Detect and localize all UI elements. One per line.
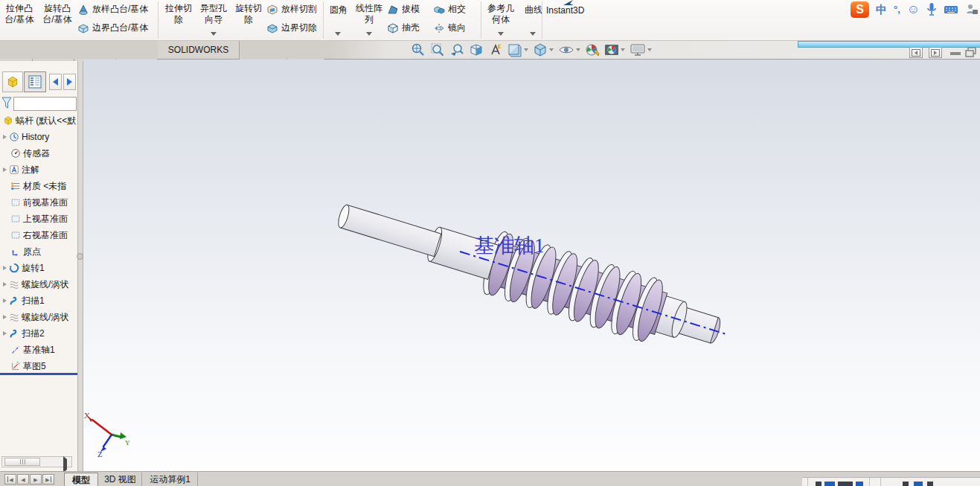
tree-item-helix1[interactable]: 螺旋线/涡状 bbox=[3, 277, 68, 292]
view-settings-dropdown[interactable] bbox=[630, 42, 652, 57]
worm-gear-model[interactable]: X Y Z bbox=[83, 60, 980, 471]
ime-language-toggle[interactable]: 中 bbox=[876, 1, 887, 18]
minimize-button[interactable] bbox=[950, 52, 961, 55]
boundary-boss-button[interactable]: 边界凸台/基体 bbox=[77, 22, 148, 34]
history-icon bbox=[9, 132, 19, 142]
loft-boss-button[interactable]: 放样凸台/基体 bbox=[77, 3, 148, 16]
plane-icon bbox=[10, 214, 21, 224]
instant3d-button[interactable]: Instant3D bbox=[546, 5, 584, 16]
tree-item-helix2[interactable]: 螺旋线/涡状 bbox=[3, 310, 68, 324]
curves-dropdown-arrow[interactable] bbox=[530, 32, 536, 36]
expander-icon[interactable] bbox=[3, 167, 7, 172]
apply-scene-dropdown[interactable] bbox=[604, 42, 625, 57]
tree-item-top-plane[interactable]: 上视基准面 bbox=[10, 211, 68, 226]
tree-item-axis1[interactable]: 基准轴1 bbox=[10, 342, 55, 357]
draft-button[interactable]: 拔模 bbox=[387, 3, 420, 16]
axis-annotation-label[interactable]: 基准轴1 bbox=[474, 232, 545, 259]
ime-toolbox-icon[interactable] bbox=[965, 3, 979, 16]
expander-icon[interactable] bbox=[3, 282, 7, 287]
sogou-logo[interactable]: S bbox=[851, 1, 869, 18]
fillet-dropdown-arrow[interactable] bbox=[335, 32, 341, 36]
graphics-viewport[interactable]: X Y Z bbox=[83, 60, 980, 471]
display-style-dropdown[interactable] bbox=[533, 42, 554, 57]
tree-filter-input[interactable] bbox=[13, 97, 77, 111]
tree-item-front-plane[interactable]: 前视基准面 bbox=[10, 195, 68, 210]
linear-pattern-button[interactable]: 线性阵列 bbox=[353, 3, 385, 25]
expander-icon[interactable] bbox=[3, 266, 7, 270]
tree-item-sweep1[interactable]: 扫描1 bbox=[3, 293, 45, 308]
boundary-cut-icon bbox=[266, 22, 278, 34]
splitter-handle[interactable] bbox=[77, 253, 83, 260]
tree-item-material[interactable]: 材质 <未指 bbox=[10, 179, 66, 194]
extrude-boss-button[interactable]: 拉伸凸台/基体 bbox=[1, 3, 37, 25]
expander-icon[interactable] bbox=[3, 298, 7, 303]
section-view-icon[interactable] bbox=[469, 42, 484, 57]
tree-item-sweep2[interactable]: 扫描2 bbox=[3, 326, 45, 341]
ime-punctuation-toggle[interactable]: °, bbox=[894, 1, 900, 18]
tree-item-right-plane[interactable]: 右视基准面 bbox=[10, 228, 68, 243]
tab-nav-next-button[interactable]: ▶ bbox=[30, 474, 42, 485]
ime-microphone-icon[interactable] bbox=[926, 2, 937, 17]
reference-geometry-dropdown-arrow[interactable] bbox=[498, 32, 504, 36]
tree-item-sketch5[interactable]: 草图5 bbox=[10, 359, 46, 374]
tree-item-revolve1[interactable]: 旋转1 bbox=[3, 260, 45, 275]
hole-wizard-dropdown-arrow[interactable] bbox=[211, 32, 217, 36]
expander-icon[interactable] bbox=[3, 135, 7, 139]
hide-show-items-dropdown[interactable] bbox=[558, 42, 580, 57]
revolved-cut-button[interactable]: 旋转切除 bbox=[232, 3, 265, 25]
expander-icon[interactable] bbox=[3, 315, 7, 319]
expander-icon[interactable] bbox=[3, 331, 7, 336]
tree-item-origin[interactable]: 原点 bbox=[10, 244, 41, 259]
panel-scroll-right-button[interactable] bbox=[63, 74, 76, 90]
scrollbar-right-arrow[interactable] bbox=[63, 459, 67, 470]
linear-pattern-dropdown-arrow[interactable] bbox=[366, 32, 372, 36]
tree-root-part[interactable]: 蜗杆 (默认<<默 bbox=[3, 113, 76, 128]
ime-emoji-icon[interactable]: ☺ bbox=[907, 1, 920, 18]
tab-motion-study-1[interactable]: 运动算例1 bbox=[143, 473, 198, 486]
ime-keyboard-icon[interactable] bbox=[944, 4, 958, 15]
boundary-cut-button[interactable]: 边界切除 bbox=[266, 22, 317, 34]
fillet-button[interactable]: 圆角 bbox=[326, 4, 351, 16]
tab-nav-last-button[interactable]: ▶ bbox=[42, 474, 54, 485]
triad-y-label: Y bbox=[125, 439, 130, 447]
mirror-button[interactable]: 镜向 bbox=[433, 22, 466, 34]
sweep-icon bbox=[9, 295, 19, 306]
sweep-icon bbox=[9, 328, 19, 339]
restore-button[interactable] bbox=[965, 47, 977, 57]
tab-nav-prev-button[interactable]: ◀ bbox=[17, 474, 29, 485]
lofted-cut-button[interactable]: 放样切割 bbox=[266, 3, 317, 16]
shell-button[interactable]: 抽壳 bbox=[387, 22, 420, 34]
panel-splitter[interactable] bbox=[78, 61, 83, 471]
edit-appearance-icon[interactable] bbox=[585, 42, 600, 57]
ribbon-features: 拉伸凸台/基体 旋转凸台/基体 放样凸台/基体 边界凸台/基体 拉伸切除 异型孔… bbox=[0, 0, 980, 41]
filter-funnel-icon bbox=[1, 97, 12, 109]
reference-geometry-button[interactable]: 参考几何体 bbox=[484, 3, 518, 25]
tab-solidworks-mbd[interactable]: SOLIDWORKS MBD bbox=[158, 41, 240, 59]
panel-tab-part[interactable] bbox=[2, 71, 23, 92]
tree-item-annotations[interactable]: 注解 bbox=[3, 162, 39, 177]
collapsed-document-titlebar[interactable] bbox=[798, 41, 980, 48]
previous-view-icon[interactable] bbox=[449, 42, 464, 57]
panel-scroll-left-button[interactable] bbox=[49, 74, 62, 90]
zoom-to-area-icon[interactable] bbox=[430, 42, 445, 57]
revolve-boss-button[interactable]: 旋转凸台/基体 bbox=[39, 3, 75, 25]
hole-wizard-button[interactable]: 异型孔向导 bbox=[196, 3, 231, 25]
tab-nav-first-button[interactable]: ◀ bbox=[4, 474, 16, 485]
boundary-boss-label: 边界凸台/基体 bbox=[92, 22, 148, 34]
dynamic-annotation-views-icon[interactable] bbox=[488, 42, 503, 57]
tab-model[interactable]: 模型 bbox=[64, 473, 98, 486]
extruded-cut-button[interactable]: 拉伸切除 bbox=[162, 3, 195, 25]
zoom-to-fit-icon[interactable] bbox=[411, 42, 426, 57]
pane-right-button[interactable] bbox=[929, 47, 942, 58]
panel-tab-feature-manager[interactable] bbox=[24, 71, 46, 92]
intersect-button[interactable]: 相交 bbox=[433, 3, 466, 16]
tree-item-sensors[interactable]: 传感器 bbox=[10, 146, 50, 161]
scrollbar-thumb[interactable] bbox=[4, 458, 40, 466]
view-orientation-dropdown[interactable] bbox=[507, 42, 528, 57]
rollback-bar[interactable] bbox=[0, 373, 77, 375]
tree-item-history[interactable]: History bbox=[3, 130, 49, 144]
tab-3d-views[interactable]: 3D 视图 bbox=[99, 473, 142, 486]
tree-horizontal-scrollbar[interactable] bbox=[1, 456, 72, 467]
lofted-cut-icon bbox=[266, 4, 278, 16]
pane-left-button[interactable] bbox=[909, 47, 923, 58]
